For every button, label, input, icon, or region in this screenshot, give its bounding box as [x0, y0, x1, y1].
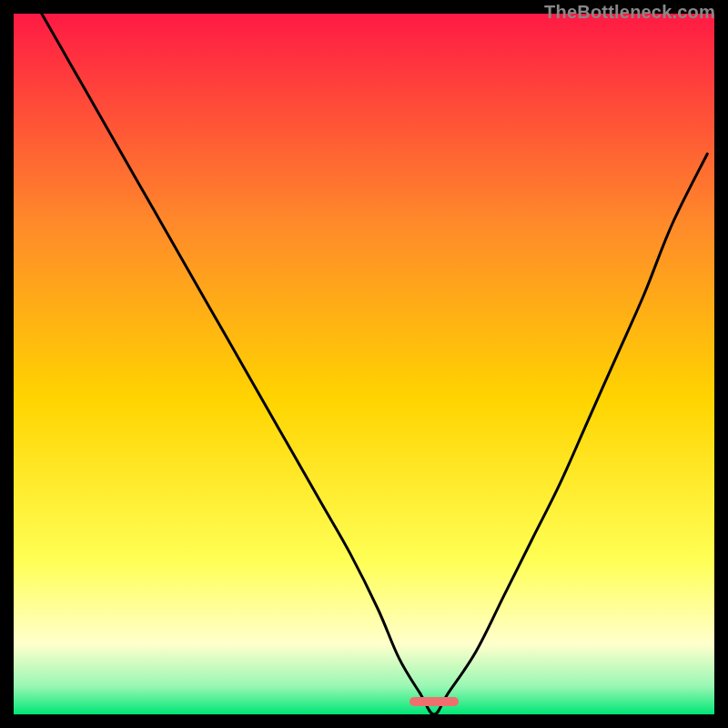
plot-area — [14, 14, 714, 714]
background-gradient — [14, 14, 714, 714]
watermark-text: TheBottleneck.com — [544, 2, 715, 23]
chart-frame: TheBottleneck.com — [0, 0, 728, 728]
svg-rect-0 — [14, 14, 714, 714]
minimum-marker — [410, 697, 459, 706]
